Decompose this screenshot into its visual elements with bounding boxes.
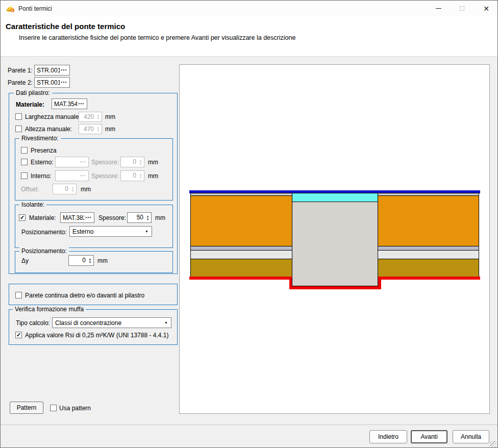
altezza-value: 470 bbox=[79, 125, 95, 134]
browse-icon[interactable]: ⋯ bbox=[60, 79, 70, 87]
minimize-icon bbox=[436, 8, 441, 9]
page-title: Caratteristiche del ponte termico bbox=[6, 22, 125, 31]
wall-right-membrane-layer bbox=[378, 246, 479, 251]
parete-continua-checkbox[interactable] bbox=[15, 292, 22, 298]
presenza-checkbox[interactable] bbox=[21, 147, 28, 154]
altezza-unit: mm bbox=[105, 126, 115, 133]
esterno-spessore-spinner: 0 ▲▼ bbox=[120, 157, 144, 167]
larghezza-checkbox[interactable] bbox=[15, 113, 22, 120]
offset-unit: mm bbox=[81, 186, 91, 193]
annulla-button[interactable]: Annulla bbox=[453, 430, 489, 443]
larghezza-spinner: 420 ▲▼ bbox=[79, 112, 102, 122]
dy-unit: mm bbox=[97, 257, 108, 264]
isolante-materiale-checkbox[interactable]: ✓ bbox=[19, 214, 26, 221]
browse-icon: ⋯ bbox=[79, 158, 89, 166]
tipo-calcolo-label: Tipo calcolo: bbox=[16, 319, 50, 327]
isolante-spessore-spinner[interactable]: 50 ▲▼ bbox=[127, 212, 152, 223]
wall-left-membrane-layer bbox=[191, 246, 292, 251]
parete1-label: Parete 1: bbox=[8, 67, 33, 74]
rivestimento-legend: Rivestimento: bbox=[19, 135, 61, 142]
interno-combo: ⋯ bbox=[55, 170, 89, 181]
chevron-down-icon: ▼ bbox=[161, 321, 171, 325]
spinner-arrows-icon[interactable]: ▲▼ bbox=[144, 213, 151, 222]
interno-spessore-label: Spessore: bbox=[91, 172, 119, 180]
dy-spinner[interactable]: 0 ▲▼ bbox=[68, 255, 94, 266]
insulation-strip bbox=[292, 193, 378, 202]
avanti-label: Avanti bbox=[420, 433, 437, 440]
rsi-checkbox[interactable]: ✓ bbox=[15, 332, 22, 338]
isolante-materiale-combo[interactable]: MAT.382 ⋯ bbox=[60, 212, 94, 223]
materiale-combo[interactable]: MAT.354 ⋯ bbox=[52, 98, 87, 109]
esterno-checkbox[interactable] bbox=[21, 159, 28, 165]
offset-value: 0 bbox=[53, 184, 69, 194]
offset-label: Offset: bbox=[21, 186, 39, 193]
browse-icon: ⋯ bbox=[79, 172, 89, 180]
isolante-unit: mm bbox=[155, 214, 165, 221]
indietro-button[interactable]: Indietro bbox=[369, 430, 407, 443]
interno-checkbox[interactable] bbox=[21, 172, 28, 179]
dy-value: 0 bbox=[69, 256, 87, 265]
spinner-arrows-icon: ▲▼ bbox=[95, 112, 102, 121]
posizionamento-legend: Posizionamento: bbox=[19, 247, 69, 255]
wall-right-brick-layer bbox=[378, 259, 479, 277]
usa-pattern-label: Usa pattern bbox=[59, 405, 91, 412]
parete-continua-label: Parete continua dietro e/o davanti al pi… bbox=[25, 292, 144, 299]
parete2-label: Parete 2: bbox=[8, 79, 33, 86]
spinner-arrows-icon: ▲▼ bbox=[137, 157, 144, 167]
isolante-posizionamento-dropdown[interactable]: Esterno ▼ bbox=[69, 226, 152, 237]
browse-icon[interactable]: ⋯ bbox=[77, 100, 87, 108]
page-subtitle: Inserire le caratteristiche fisiche del … bbox=[19, 34, 295, 41]
materiale-label: Materiale: bbox=[16, 101, 44, 108]
spinner-arrows-icon: ▲▼ bbox=[95, 125, 102, 134]
altezza-spinner: 470 ▲▼ bbox=[79, 124, 102, 134]
parete2-value: STR.001 bbox=[35, 79, 60, 86]
isolante-posizionamento-label: Posizionamento: bbox=[21, 229, 67, 236]
offset-spinner: 0 ▲▼ bbox=[53, 184, 77, 194]
chevron-down-icon: ▼ bbox=[142, 230, 152, 233]
window-title: Ponti termici bbox=[18, 5, 52, 12]
tipo-calcolo-value: Classi di concentrazione bbox=[53, 319, 161, 327]
isolante-spessore-label: Spessore: bbox=[98, 214, 126, 221]
maximize-button bbox=[450, 1, 474, 16]
browse-icon[interactable]: ⋯ bbox=[60, 66, 70, 74]
check-icon: ✓ bbox=[16, 332, 21, 338]
wall-right-finish-layer bbox=[378, 193, 479, 196]
tipo-calcolo-dropdown[interactable]: Classi di concentrazione ▼ bbox=[52, 317, 171, 328]
posizionamento-group: Posizionamento: bbox=[15, 251, 173, 273]
isolante-spessore-value: 50 bbox=[128, 213, 144, 222]
pillar-column bbox=[292, 193, 378, 286]
dati-pilastro-legend: Dati pilastro: bbox=[14, 89, 52, 96]
avanti-button[interactable]: Avanti bbox=[411, 430, 447, 443]
esterno-spessore-label: Spessore: bbox=[91, 159, 119, 166]
minimize-button[interactable] bbox=[427, 1, 450, 16]
interno-unit: mm bbox=[148, 172, 158, 180]
browse-icon[interactable]: ⋯ bbox=[84, 214, 94, 222]
spinner-arrows-icon: ▲▼ bbox=[69, 184, 76, 194]
pattern-button[interactable]: Pattern bbox=[10, 402, 43, 414]
spinner-arrows-icon: ▲▼ bbox=[137, 171, 144, 181]
title-bar: Ponti termici ✕ bbox=[1, 1, 497, 16]
interno-spessore-spinner: 0 ▲▼ bbox=[120, 170, 144, 181]
altezza-checkbox[interactable] bbox=[15, 126, 22, 132]
wall-left-brick-layer bbox=[191, 259, 292, 277]
parete2-combo[interactable]: STR.001 ⋯ bbox=[34, 77, 70, 88]
wall-left-orange-layer bbox=[191, 196, 292, 246]
presenza-label: Presenza bbox=[31, 147, 57, 154]
indietro-label: Indietro bbox=[378, 433, 399, 440]
maximize-icon bbox=[460, 6, 464, 11]
close-button[interactable]: ✕ bbox=[475, 1, 498, 16]
dialog-window: Ponti termici ✕ Caratteristiche del pont… bbox=[0, 0, 498, 448]
dy-label: Δy bbox=[21, 257, 29, 264]
resize-grip[interactable] bbox=[490, 441, 496, 447]
wall-left-finish-layer bbox=[191, 193, 292, 196]
parete1-combo[interactable]: STR.001 ⋯ bbox=[34, 65, 70, 76]
pattern-button-label: Pattern bbox=[17, 404, 37, 411]
esterno-label: Esterno: bbox=[31, 159, 54, 166]
parete1-value: STR.001 bbox=[35, 67, 60, 74]
verifica-muffa-legend: Verifica formazione muffa bbox=[13, 306, 86, 313]
usa-pattern-checkbox[interactable] bbox=[50, 405, 57, 411]
spinner-arrows-icon[interactable]: ▲▼ bbox=[87, 256, 93, 265]
larghezza-value: 420 bbox=[79, 112, 95, 121]
hard-hat-icon bbox=[6, 4, 15, 13]
interno-spessore-value: 0 bbox=[121, 171, 137, 181]
